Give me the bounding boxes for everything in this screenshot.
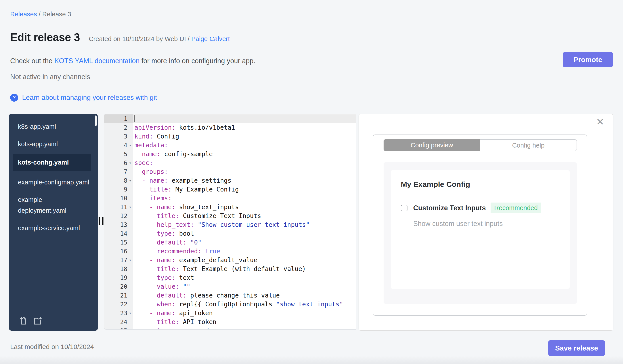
tab-config-preview[interactable]: Config preview [384, 139, 480, 151]
new-file-icon[interactable] [18, 316, 28, 326]
code-text: type: password [133, 326, 356, 329]
code-line: 3kind: Config [104, 132, 356, 141]
code-text: type: bool [133, 229, 356, 238]
doc-hint: Check out the KOTS YAML documentation fo… [10, 57, 255, 65]
fold-spacer [127, 194, 133, 203]
code-text: - name: example_settings [133, 176, 356, 185]
code-text: title: Customize Text Inputs [133, 212, 356, 221]
code-line: 5 name: config-sample [104, 150, 356, 159]
fold-arrow-icon[interactable]: ▾ [127, 203, 133, 212]
line-number: 6 [104, 159, 127, 167]
promote-button[interactable]: Promote [563, 52, 613, 67]
sidebar-scrollbar-thumb[interactable] [95, 116, 97, 126]
code-text: type: text [133, 273, 356, 282]
fold-spacer [127, 247, 133, 256]
sidebar-resize-handle-right-bar[interactable] [102, 217, 104, 225]
customize-text-inputs-checkbox[interactable] [401, 205, 407, 211]
sidebar-actions [18, 316, 43, 326]
code-text: items: [133, 194, 356, 203]
code-text: default: please change this value [133, 291, 356, 300]
close-icon[interactable]: ✕ [596, 117, 604, 127]
line-number: 24 [104, 318, 127, 326]
sidebar-divider [13, 176, 91, 176]
created-info: Created on 10/10/2024 by Web UI / Paige … [89, 35, 230, 43]
code-text: default: "0" [133, 238, 356, 247]
line-number: 11 [104, 203, 127, 212]
code-text: - name: show_text_inputs [133, 203, 356, 212]
sidebar-file[interactable]: k8s-app.yaml [18, 121, 91, 132]
file-list: k8s-app.yamlkots-app.yamlkots-config.yam… [9, 114, 98, 233]
line-number: 15 [104, 238, 127, 247]
fold-spacer [127, 238, 133, 247]
fold-spacer [127, 132, 133, 141]
sidebar-file[interactable]: example-deployment.yaml [18, 194, 91, 216]
page: Releases / Release 3 Edit release 3 Crea… [0, 0, 623, 364]
sidebar-file[interactable]: kots-app.yaml [18, 139, 91, 150]
fold-arrow-icon[interactable]: ▾ [127, 141, 133, 150]
breadcrumb: Releases / Release 3 [10, 11, 71, 18]
fold-spacer [127, 114, 133, 123]
sidebar-file[interactable]: example-service.yaml [18, 223, 91, 233]
indent-guide [157, 265, 157, 309]
code-line: 11▾ - name: show_text_inputs [104, 203, 356, 212]
code-text: apiVersion: kots.io/v1beta1 [133, 123, 356, 132]
fold-arrow-icon[interactable]: ▾ [127, 309, 133, 318]
code-line: 14 type: bool [104, 229, 356, 238]
code-line: 17▾ - name: example_default_value [104, 256, 356, 265]
line-number: 20 [104, 282, 127, 291]
git-help-row: ? Learn about managing your releases wit… [10, 94, 157, 101]
new-folder-icon[interactable] [33, 316, 43, 326]
fold-spacer [127, 212, 133, 221]
code-text: name: config-sample [133, 150, 356, 159]
fold-spacer [127, 150, 133, 159]
fold-arrow-icon[interactable]: ▾ [127, 159, 133, 167]
line-number: 16 [104, 247, 127, 256]
line-number: 21 [104, 291, 127, 300]
preview-card: My Example Config Customize Text Inputs … [391, 170, 570, 289]
code-text: recommended: true [133, 247, 356, 256]
line-number: 14 [104, 229, 127, 238]
code-line: 25 type: password [104, 326, 356, 329]
sidebar-file[interactable]: example-configmap.yaml [18, 177, 91, 188]
line-number: 19 [104, 273, 127, 282]
line-number: 8 [104, 176, 127, 185]
fold-arrow-icon[interactable]: ▾ [127, 176, 133, 185]
code-line: 2apiVersion: kots.io/v1beta1 [104, 123, 356, 132]
git-releases-link[interactable]: Learn about managing your releases with … [22, 94, 157, 101]
code-line: 20 value: "" [104, 282, 356, 291]
line-number: 10 [104, 194, 127, 203]
code-text: metadata: [133, 141, 356, 150]
kots-yaml-doc-link[interactable]: KOTS YAML documentation [54, 57, 139, 65]
line-number: 3 [104, 132, 127, 141]
code-text: - name: api_token [133, 309, 356, 318]
line-number: 9 [104, 185, 127, 194]
bottom-fade [0, 356, 623, 364]
code-line: 7 groups: [104, 167, 356, 176]
fold-spacer [127, 221, 133, 229]
yaml-code-editor[interactable]: 1---2apiVersion: kots.io/v1beta13kind: C… [104, 114, 356, 329]
breadcrumb-releases-link[interactable]: Releases [10, 11, 37, 18]
code-text: kind: Config [133, 132, 356, 141]
sidebar-resize-handle-left-bar[interactable] [99, 217, 100, 225]
sidebar-file[interactable]: kots-config.yaml [13, 154, 91, 171]
breadcrumb-separator: / [37, 11, 42, 18]
fold-arrow-icon[interactable]: ▾ [127, 256, 133, 265]
indent-guide [157, 318, 157, 329]
tab-config-help[interactable]: Config help [480, 139, 577, 151]
fold-spacer [127, 273, 133, 282]
code-text: - name: example_default_value [133, 256, 356, 265]
code-line: 18 title: Text Example (with default val… [104, 265, 356, 273]
sidebar-divider [13, 310, 91, 310]
code-text: groups: [133, 167, 356, 176]
fold-spacer [127, 291, 133, 300]
line-number: 4 [104, 141, 127, 150]
save-release-button[interactable]: Save release [548, 340, 605, 356]
code-line: 6▾spec: [104, 159, 356, 167]
line-number: 7 [104, 167, 127, 176]
breadcrumb-current: Release 3 [42, 11, 71, 18]
code-line: 15 default: "0" [104, 238, 356, 247]
line-number: 25 [104, 326, 127, 329]
code-line: 16 recommended: true [104, 247, 356, 256]
created-author-link[interactable]: Paige Calvert [191, 35, 230, 42]
fold-spacer [127, 123, 133, 132]
